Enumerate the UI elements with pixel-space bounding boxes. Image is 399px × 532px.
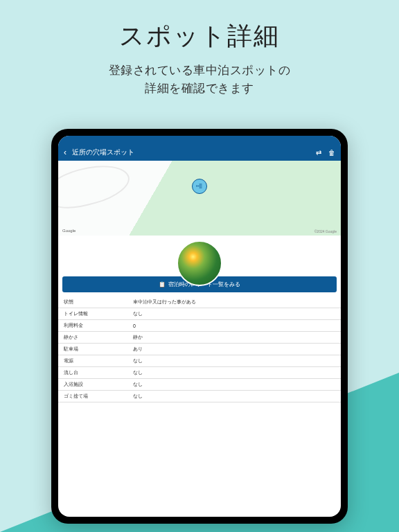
table-row: ゴミ捨て場 なし bbox=[58, 391, 341, 402]
row-value: 0 bbox=[127, 321, 341, 330]
table-row: 駐車場 あり bbox=[58, 344, 341, 355]
row-label: トイレ情報 bbox=[58, 308, 127, 319]
row-label: 利用料金 bbox=[58, 320, 127, 331]
status-bar bbox=[58, 136, 341, 144]
table-row: 利用料金 0 bbox=[58, 320, 341, 332]
table-row: 状態 車中泊中又は行った事がある bbox=[58, 296, 341, 308]
table-row: 静かさ 静か bbox=[58, 332, 341, 344]
translate-icon[interactable]: ⇄ bbox=[316, 149, 321, 157]
map-attribution: ©2024 Google bbox=[314, 229, 337, 233]
row-value: なし bbox=[127, 308, 341, 319]
table-row: 流し台 なし bbox=[58, 367, 341, 379]
row-label: 流し台 bbox=[58, 367, 127, 378]
detail-table: 状態 車中泊中又は行った事がある トイレ情報 なし 利用料金 0 静かさ 静か … bbox=[58, 296, 341, 402]
table-row: 電源 なし bbox=[58, 355, 341, 367]
table-row: トイレ情報 なし bbox=[58, 308, 341, 320]
report-icon: 📋 bbox=[159, 281, 166, 287]
row-label: 静かさ bbox=[58, 332, 127, 343]
row-value: なし bbox=[127, 379, 341, 390]
tablet-screen: ‹ 近所の穴場スポット ⇄ 🗑 Google ©2024 Google RVパー… bbox=[58, 136, 341, 517]
row-value: 静か bbox=[127, 332, 341, 343]
table-row: 入浴施設 なし bbox=[58, 379, 341, 391]
row-value: なし bbox=[127, 391, 341, 402]
page-title: スポット詳細 bbox=[0, 19, 399, 53]
row-label: 電源 bbox=[58, 355, 127, 366]
app-bar-title: 近所の穴場スポット bbox=[72, 148, 316, 157]
row-value: なし bbox=[127, 367, 341, 378]
page-subtitle: 登録されている車中泊スポットの 詳細を確認できます bbox=[0, 62, 399, 97]
row-value: 車中泊中又は行った事がある bbox=[127, 296, 341, 308]
subtitle-line-1: 登録されている車中泊スポットの bbox=[0, 62, 399, 80]
back-button[interactable]: ‹ bbox=[64, 148, 66, 157]
row-value: あり bbox=[127, 344, 341, 355]
trash-icon[interactable]: 🗑 bbox=[328, 149, 335, 157]
subtitle-line-2: 詳細を確認できます bbox=[0, 80, 399, 98]
map-pin-icon[interactable] bbox=[192, 179, 207, 194]
tablet-frame: ‹ 近所の穴場スポット ⇄ 🗑 Google ©2024 Google RVパー… bbox=[51, 129, 348, 524]
row-label: ゴミ捨て場 bbox=[58, 391, 127, 402]
map-view[interactable]: Google ©2024 Google bbox=[58, 161, 341, 236]
row-value: なし bbox=[127, 355, 341, 366]
app-bar: ‹ 近所の穴場スポット ⇄ 🗑 bbox=[58, 144, 341, 161]
spot-avatar[interactable] bbox=[177, 240, 222, 286]
row-label: 入浴施設 bbox=[58, 379, 127, 390]
row-label: 駐車場 bbox=[58, 344, 127, 355]
google-logo: Google bbox=[62, 229, 76, 233]
row-label: 状態 bbox=[58, 296, 127, 308]
